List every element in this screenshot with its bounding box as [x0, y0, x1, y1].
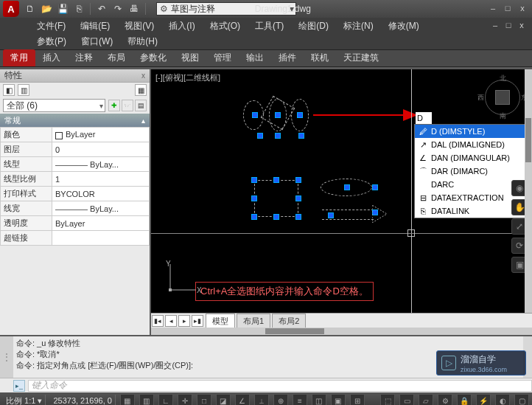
palette-header[interactable]: 特性 x	[0, 69, 150, 83]
viewport-label[interactable]: [-][俯视][二维线框]	[155, 72, 220, 83]
property-value[interactable]	[52, 231, 150, 246]
redo-icon[interactable]: ↷	[111, 2, 125, 15]
undo-icon[interactable]: ↶	[95, 2, 108, 15]
selection-combo[interactable]: 全部 (6) ▾	[3, 99, 105, 112]
property-value[interactable]: 1	[52, 172, 150, 187]
app-icon[interactable]: A	[3, 1, 19, 17]
grip[interactable]	[257, 133, 263, 139]
ribbon-tab[interactable]: 布局	[100, 49, 133, 66]
drawing-entity[interactable]	[372, 205, 390, 223]
open-icon[interactable]: 📂	[40, 2, 53, 15]
command-prompt-icon[interactable]: ▸_	[13, 380, 25, 392]
grid-toggle[interactable]: ▥	[139, 394, 154, 405]
3dosnap-toggle[interactable]: ◪	[216, 394, 231, 405]
doc-maximize[interactable]: □	[503, 21, 514, 31]
ribbon-tab[interactable]: 注释	[68, 49, 100, 66]
menu-parametric[interactable]: 参数(P)	[29, 34, 74, 50]
palette-close-icon[interactable]: x	[141, 72, 145, 80]
autocomplete-item[interactable]: ∠DAN (DIMANGULAR)	[415, 151, 531, 165]
menu-insert[interactable]: 插入(I)	[161, 18, 202, 34]
minimize-button[interactable]: –	[486, 4, 500, 14]
grip[interactable]	[275, 133, 281, 139]
last-tab-icon[interactable]: ▸▮	[192, 315, 203, 327]
grip[interactable]	[295, 195, 301, 201]
autocomplete-item[interactable]: 🖉D (DIMSTYLE)	[415, 125, 531, 138]
print-icon[interactable]: 🖶	[127, 2, 141, 15]
no-selection-icon[interactable]: ◧	[3, 84, 15, 96]
drawing-entity[interactable]	[254, 180, 298, 217]
saveas-icon[interactable]: ⎘	[72, 2, 85, 15]
vertical-scrollbar[interactable]	[525, 69, 532, 313]
doc-minimize[interactable]: –	[489, 21, 501, 31]
ribbon-tab[interactable]: 天正建筑	[336, 49, 386, 66]
isolate-objects[interactable]: ◐	[495, 394, 510, 405]
ribbon-tab[interactable]: 插件	[271, 49, 304, 66]
quick-view-layouts[interactable]: ▭	[399, 394, 414, 405]
osnap-toggle[interactable]: □	[197, 394, 211, 405]
menu-help[interactable]: 帮助(H)	[120, 34, 165, 50]
annotation-scale[interactable]: ▱	[419, 394, 433, 405]
autocomplete-item[interactable]: ⌒DAR (DIMARC)	[415, 165, 531, 178]
grip[interactable]	[328, 212, 334, 218]
section-general[interactable]: 常规 ▴	[0, 114, 150, 127]
grip[interactable]	[295, 214, 301, 220]
property-value[interactable]: ———— ByLay...	[52, 201, 150, 216]
ribbon-tab[interactable]: 视图	[174, 49, 206, 66]
toggle-pim-icon[interactable]: ✚	[108, 100, 120, 111]
property-value[interactable]: ByLayer	[52, 216, 150, 231]
menu-format[interactable]: 格式(O)	[203, 18, 248, 34]
polar-toggle[interactable]: ✛	[178, 394, 192, 405]
lwt-toggle[interactable]: ≡	[293, 394, 307, 405]
layout-tab-1[interactable]: 布局1	[237, 314, 270, 328]
scale-control[interactable]: 比例 1:1 ▾	[3, 395, 46, 405]
property-value[interactable]: ByLayer	[52, 128, 150, 142]
close-button[interactable]: x	[516, 4, 529, 14]
layout-tab-model[interactable]: 模型	[206, 314, 235, 328]
first-tab-icon[interactable]: ▮◂	[152, 315, 164, 327]
grip[interactable]	[251, 177, 257, 183]
maximize-button[interactable]: □	[501, 4, 514, 14]
menu-dimension[interactable]: 标注(N)	[336, 18, 381, 34]
ortho-toggle[interactable]: ∟	[158, 394, 173, 405]
qp-toggle[interactable]: ▣	[331, 394, 346, 405]
dynamic-input[interactable]: D	[416, 112, 432, 124]
menu-modify[interactable]: 修改(M)	[381, 18, 427, 34]
menu-draw[interactable]: 绘图(D)	[291, 18, 336, 34]
grip[interactable]	[251, 214, 257, 220]
otrack-toggle[interactable]: ∠	[235, 394, 250, 405]
property-value[interactable]: BYCOLOR	[52, 187, 150, 201]
grip[interactable]	[273, 214, 279, 220]
grip[interactable]	[372, 184, 378, 190]
new-icon[interactable]: 🗋	[24, 2, 37, 15]
menu-window[interactable]: 窗口(W)	[74, 34, 120, 50]
command-input[interactable]: 键入命令	[28, 380, 532, 392]
property-value[interactable]: ———— ByLay...	[52, 157, 150, 172]
sc-toggle[interactable]: ⊞	[350, 394, 365, 405]
grip[interactable]	[252, 112, 258, 118]
grip[interactable]	[273, 177, 279, 183]
ribbon-tab[interactable]: 参数化	[133, 49, 174, 66]
menu-file[interactable]: 文件(F)	[29, 18, 73, 34]
quick-select-icon[interactable]: ▦	[135, 84, 147, 96]
drawing-area[interactable]: [-][俯视][二维线框] 北 南 东 西 D 🖉D (DIMSTYLE)↗DA…	[151, 69, 532, 335]
toolbar-lock[interactable]: 🔒	[457, 394, 472, 405]
grip[interactable]	[344, 184, 350, 190]
workspace-switch[interactable]: ⚙	[438, 394, 452, 405]
ribbon-tab[interactable]: 输出	[239, 49, 271, 66]
autocomplete-item[interactable]: ↗DAL (DIMALIGNED)	[415, 138, 531, 151]
menu-edit[interactable]: 编辑(E)	[73, 18, 117, 34]
snap-toggle[interactable]: ▦	[120, 394, 135, 405]
ribbon-tab[interactable]: 常用	[3, 49, 35, 66]
pickadd-icon[interactable]: ▥	[18, 84, 29, 96]
horizontal-scrollbar[interactable]	[151, 328, 532, 335]
grip[interactable]	[298, 133, 304, 139]
grip[interactable]	[297, 112, 303, 118]
property-value[interactable]: 0	[52, 142, 150, 157]
select-objects-icon[interactable]: ☞	[122, 100, 133, 111]
ribbon-tab[interactable]: 插入	[35, 49, 68, 66]
prev-tab-icon[interactable]: ◂	[165, 315, 177, 327]
tpy-toggle[interactable]: ◫	[312, 394, 326, 405]
grip[interactable]	[295, 177, 301, 183]
grip[interactable]	[275, 112, 281, 118]
save-icon[interactable]: 💾	[56, 2, 69, 15]
